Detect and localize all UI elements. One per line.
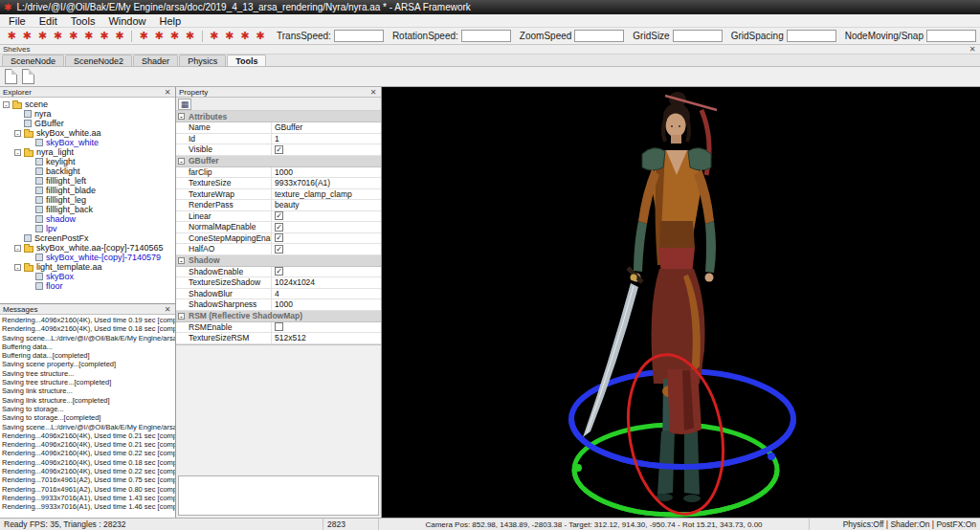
zoomspeed-input[interactable] [574, 30, 624, 42]
hair-side-right [687, 119, 689, 142]
property-value-text[interactable]: 1000 [275, 299, 293, 309]
tree-item-skybox[interactable]: skyBox [0, 272, 175, 281]
tab-scenenode[interactable]: SceneNode [2, 55, 64, 66]
arsa-tool-icon[interactable]: ✱ [253, 29, 268, 43]
property-value-text[interactable]: texture_clamp_clamp [275, 189, 352, 199]
arsa-tool-icon[interactable]: ✱ [19, 29, 34, 43]
tree-expander-icon[interactable]: - [14, 264, 21, 271]
arsa-tool-icon[interactable]: ✱ [34, 29, 50, 43]
property-value-text[interactable]: beauty [275, 200, 300, 210]
shelf-doc-icon-1[interactable] [5, 69, 17, 84]
tree-item-scene[interactable]: -scene [0, 99, 175, 109]
menu-tools[interactable]: Tools [64, 15, 102, 27]
tree-item-skybox-white-aa[interactable]: -skyBox_white.aa [0, 128, 175, 138]
messages-close-icon[interactable]: ✕ [163, 305, 172, 314]
property-value-text[interactable]: GBuffer [275, 122, 302, 132]
property-value-text[interactable]: 4 [275, 289, 279, 298]
tab-shader[interactable]: Shader [133, 55, 178, 66]
property-section-attributes[interactable]: -Attributes [176, 111, 381, 122]
tab-tools[interactable]: Tools [227, 55, 266, 66]
arsa-tool-icon[interactable]: ✱ [50, 29, 65, 43]
gizmo-z-handle[interactable] [768, 453, 775, 460]
section-collapse-icon[interactable]: - [178, 313, 185, 320]
arsa-tool-icon[interactable]: ✱ [151, 29, 167, 43]
tree-expander-icon[interactable]: - [3, 101, 10, 108]
arsa-tool-icon[interactable]: ✱ [81, 29, 97, 43]
section-collapse-icon[interactable]: - [178, 257, 185, 264]
arsa-tool-icon[interactable]: ✱ [182, 29, 197, 43]
tree-item-skybox-white[interactable]: skyBox_white [0, 138, 175, 147]
menu-file[interactable]: File [2, 15, 33, 27]
checkbox-visible[interactable]: ✓ [275, 145, 283, 154]
arsa-tool-icon[interactable]: ✱ [207, 29, 222, 43]
tree-expander-icon[interactable]: - [14, 149, 21, 156]
arsa-tool-icon[interactable]: ✱ [112, 29, 127, 43]
property-grid: -AttributesNameGBufferId1Visible✓-GBuffe… [176, 111, 381, 345]
tree-item-nyra-light[interactable]: -nyra_light [0, 147, 175, 157]
property-row-texturesize: TextureSize9933x7016(A1) [176, 178, 381, 189]
arsa-tool-icon[interactable]: ✱ [222, 29, 237, 43]
tree-item-floor[interactable]: floor [0, 281, 175, 291]
tree-item-filllight-leg[interactable]: filllight_leg [0, 195, 175, 205]
tree-item-shadow[interactable]: shadow [0, 214, 175, 224]
gizmo-y-handle[interactable] [574, 464, 582, 472]
arsa-tool-icon[interactable]: ✱ [237, 29, 253, 43]
tree-item-label: filllight_back [46, 205, 93, 214]
tree-item-light-template-aa[interactable]: -light_template.aa [0, 262, 175, 272]
transspeed-input[interactable] [334, 30, 384, 42]
explorer-close-icon[interactable]: ✕ [163, 88, 172, 97]
section-collapse-icon[interactable]: - [178, 158, 185, 165]
nodemoving-snap-input[interactable] [926, 30, 976, 42]
property-section-gbuffer[interactable]: -GBuffer [176, 156, 381, 167]
gridsize-input[interactable] [673, 30, 723, 42]
menu-bar: FileEditToolsWindowHelp [0, 14, 980, 28]
arsa-tool-icon[interactable]: ✱ [97, 29, 112, 43]
section-collapse-icon[interactable]: - [178, 113, 185, 120]
section-title: RSM (Reflective ShadowMap) [189, 311, 302, 320]
tree-item-filllight-blade[interactable]: filllight_blade [0, 186, 175, 195]
rotationspeed-input[interactable] [461, 30, 511, 42]
tree-item-gbuffer[interactable]: GBuffer [0, 119, 175, 128]
gridspacing-input[interactable] [787, 30, 836, 42]
property-value-text[interactable]: 512x512 [275, 333, 306, 342]
checkbox-rsmenable[interactable] [275, 322, 283, 331]
tree-item-nyra[interactable]: nyra [0, 109, 175, 119]
checkbox-linear[interactable]: ✓ [275, 211, 283, 220]
checkbox-normalmapenable[interactable]: ✓ [275, 223, 283, 232]
arsa-tool-icon[interactable]: ✱ [136, 29, 151, 43]
checkbox-conestepmappingenable[interactable]: ✓ [275, 233, 283, 242]
property-grid-view-icon[interactable]: ▦ [178, 99, 191, 110]
checkbox-halfao[interactable]: ✓ [275, 245, 283, 254]
tree-item-skybox-white-aa-copy-7140565[interactable]: -skyBox_white.aa-[copy]-7140565 [0, 243, 175, 253]
menu-edit[interactable]: Edit [33, 15, 64, 27]
arsa-tool-icon[interactable]: ✱ [4, 29, 19, 43]
tree-expander-icon[interactable]: - [14, 130, 21, 137]
tree-item-lpv[interactable]: lpv [0, 224, 175, 233]
property-value-text[interactable]: 9933x7016(A1) [275, 178, 330, 188]
menu-window[interactable]: Window [101, 15, 152, 27]
property-close-icon[interactable]: ✕ [368, 88, 378, 97]
property-value-text[interactable]: 1024x1024 [275, 277, 315, 287]
tab-scenenode2[interactable]: SceneNode2 [65, 55, 132, 66]
gizmo-y-ring-front[interactable] [574, 470, 777, 515]
property-section-rsm-reflective-shadowmap[interactable]: -RSM (Reflective ShadowMap) [176, 311, 381, 322]
shelves-close-icon[interactable]: ✕ [968, 45, 977, 54]
tab-physics[interactable]: Physics [179, 55, 226, 66]
tree-item-backlight[interactable]: backlight [0, 166, 175, 176]
tree-item-filllight-back[interactable]: filllight_back [0, 205, 175, 214]
shelf-doc-icon-2[interactable] [22, 69, 34, 84]
arsa-tool-icon[interactable]: ✱ [167, 29, 182, 43]
tree-expander-icon[interactable]: - [14, 245, 21, 252]
tree-item-filllight-left[interactable]: filllight_left [0, 176, 175, 186]
arsa-tool-icon[interactable]: ✱ [66, 29, 81, 43]
tree-item-skybox-white-copy-7140579[interactable]: skyBox_white-[copy]-7140579 [0, 253, 175, 262]
tree-item-screenpostfx[interactable]: ScreenPostFx [0, 233, 175, 243]
tree-item-keylight[interactable]: keylight [0, 157, 175, 166]
checkbox-shadowenable[interactable]: ✓ [275, 267, 283, 276]
property-value-text[interactable]: 1 [275, 134, 279, 144]
viewport-canvas[interactable] [382, 87, 978, 518]
property-section-shadow[interactable]: -Shadow [176, 255, 381, 267]
viewport-3d[interactable] [382, 87, 980, 518]
menu-help[interactable]: Help [153, 15, 189, 27]
property-value-text[interactable]: 1000 [275, 167, 293, 177]
